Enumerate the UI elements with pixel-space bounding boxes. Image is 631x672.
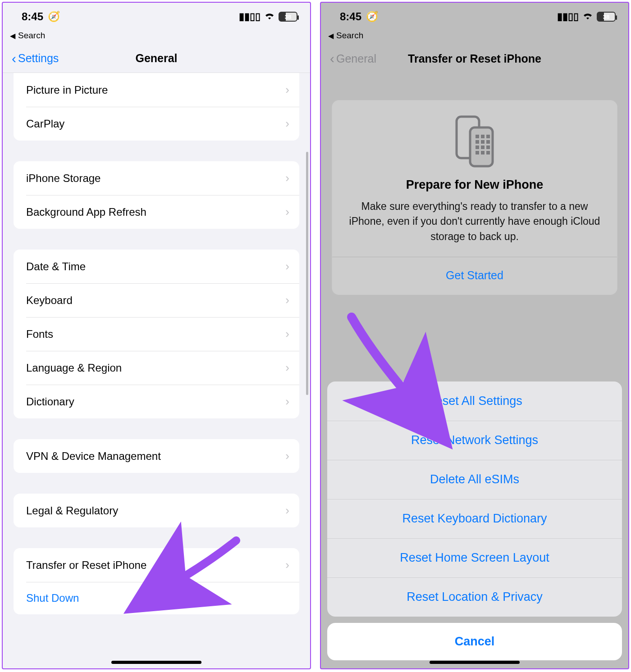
- home-indicator[interactable]: [111, 661, 201, 664]
- row-label: Keyboard: [26, 294, 73, 307]
- location-icon: 🧭: [366, 11, 378, 23]
- sheet-reset-all-settings[interactable]: Reset All Settings: [327, 381, 622, 421]
- action-sheet-container: Reset All Settings Reset Network Setting…: [321, 381, 628, 668]
- row-fonts[interactable]: Fonts ›: [14, 317, 299, 351]
- chevron-right-icon: ›: [285, 293, 289, 307]
- svg-rect-7: [486, 140, 490, 144]
- breadcrumb-back[interactable]: ◀ Search: [321, 31, 628, 44]
- svg-rect-4: [486, 135, 490, 138]
- reset-action-sheet: Reset All Settings Reset Network Setting…: [327, 381, 622, 617]
- row-label: Language & Region: [26, 362, 122, 374]
- settings-group: Legal & Regulatory ›: [14, 494, 299, 527]
- page-title: Transfer or Reset iPhone: [321, 52, 628, 65]
- cellular-icon: ▮▮▯▯: [239, 11, 261, 23]
- sheet-reset-keyboard-dictionary[interactable]: Reset Keyboard Dictionary: [327, 499, 622, 538]
- settings-group: iPhone Storage › Background App Refresh …: [14, 161, 299, 229]
- page-title: General: [3, 52, 310, 65]
- row-keyboard[interactable]: Keyboard ›: [14, 283, 299, 317]
- svg-rect-6: [481, 140, 485, 144]
- chevron-right-icon: ›: [285, 171, 289, 185]
- prepare-card: Prepare for New iPhone Make sure everyth…: [332, 100, 617, 295]
- svg-rect-9: [481, 145, 485, 149]
- row-picture-in-picture[interactable]: Picture in Picture ›: [14, 73, 299, 107]
- svg-rect-3: [481, 135, 485, 138]
- row-background-app-refresh[interactable]: Background App Refresh ›: [14, 195, 299, 229]
- chevron-right-icon: ›: [285, 504, 289, 518]
- svg-rect-11: [476, 151, 479, 154]
- row-carplay[interactable]: CarPlay ›: [14, 107, 299, 141]
- row-vpn-device-management[interactable]: VPN & Device Management ›: [14, 439, 299, 473]
- settings-group: Transfer or Reset iPhone › Shut Down: [14, 548, 299, 614]
- row-label: CarPlay: [26, 118, 64, 130]
- row-label: Transfer or Reset iPhone: [26, 559, 146, 572]
- chevron-right-icon: ›: [285, 558, 289, 572]
- row-label: Picture in Picture: [26, 84, 108, 96]
- row-transfer-or-reset[interactable]: Transfer or Reset iPhone ›: [14, 548, 299, 582]
- battery-icon: 38: [597, 12, 616, 22]
- chevron-right-icon: ›: [285, 117, 289, 131]
- status-time: 8:45: [22, 10, 43, 23]
- chevron-right-icon: ›: [285, 361, 289, 375]
- scrollbar[interactable]: [306, 152, 308, 395]
- card-heading: Prepare for New iPhone: [346, 178, 604, 192]
- chevron-right-icon: ›: [285, 327, 289, 341]
- status-time: 8:45: [340, 10, 361, 23]
- sheet-reset-home-screen-layout[interactable]: Reset Home Screen Layout: [327, 538, 622, 577]
- svg-rect-12: [481, 151, 485, 154]
- settings-group: VPN & Device Management ›: [14, 439, 299, 473]
- caret-left-icon: ◀: [10, 32, 15, 40]
- crumb-label: Search: [336, 31, 363, 41]
- devices-icon: [346, 114, 604, 168]
- wifi-icon: [264, 11, 275, 23]
- row-label: iPhone Storage: [26, 172, 101, 185]
- sheet-reset-network-settings[interactable]: Reset Network Settings: [327, 421, 622, 460]
- row-label: Fonts: [26, 328, 53, 341]
- row-date-time[interactable]: Date & Time ›: [14, 250, 299, 283]
- chevron-right-icon: ›: [285, 205, 289, 219]
- settings-content: Picture in Picture › CarPlay › iPhone St…: [3, 73, 310, 649]
- row-label: Dictionary: [26, 395, 74, 408]
- row-iphone-storage[interactable]: iPhone Storage ›: [14, 161, 299, 195]
- row-dictionary[interactable]: Dictionary ›: [14, 385, 299, 418]
- row-legal-regulatory[interactable]: Legal & Regulatory ›: [14, 494, 299, 527]
- row-shut-down[interactable]: Shut Down: [14, 582, 299, 614]
- cellular-icon: ▮▮▯▯: [557, 11, 579, 23]
- nav-header: ‹ Settings General: [3, 44, 310, 73]
- wifi-icon: [582, 11, 593, 23]
- battery-icon: 38: [279, 12, 297, 22]
- crumb-label: Search: [18, 31, 45, 41]
- cancel-button[interactable]: Cancel: [327, 623, 622, 660]
- svg-rect-2: [476, 135, 479, 138]
- chevron-right-icon: ›: [285, 449, 289, 463]
- screenshot-general-settings: 8:45 🧭 ▮▮▯▯ 38 ◀ Search ‹ Settings Gener…: [2, 2, 311, 669]
- status-bar: 8:45 🧭 ▮▮▯▯ 38: [3, 3, 310, 31]
- row-label: Shut Down: [26, 592, 79, 604]
- svg-rect-5: [476, 140, 479, 144]
- chevron-right-icon: ›: [285, 259, 289, 273]
- home-indicator[interactable]: [430, 661, 520, 664]
- row-label: Legal & Regulatory: [26, 504, 118, 517]
- status-bar: 8:45 🧭 ▮▮▯▯ 38: [321, 3, 628, 31]
- row-label: VPN & Device Management: [26, 450, 161, 463]
- svg-rect-13: [486, 151, 490, 154]
- screenshot-reset-sheet: 8:45 🧭 ▮▮▯▯ 38 ◀ Search ‹ General Transf…: [320, 2, 629, 669]
- chevron-right-icon: ›: [285, 83, 289, 97]
- row-label: Background App Refresh: [26, 206, 146, 218]
- chevron-right-icon: ›: [285, 395, 289, 409]
- svg-rect-8: [476, 145, 479, 149]
- get-started-button[interactable]: Get Started: [346, 257, 604, 295]
- location-icon: 🧭: [48, 11, 60, 23]
- caret-left-icon: ◀: [328, 32, 334, 40]
- sheet-reset-location-privacy[interactable]: Reset Location & Privacy: [327, 577, 622, 617]
- svg-rect-10: [486, 145, 490, 149]
- settings-group: Picture in Picture › CarPlay ›: [14, 73, 299, 141]
- row-language-region[interactable]: Language & Region ›: [14, 351, 299, 385]
- breadcrumb-back[interactable]: ◀ Search: [3, 31, 310, 44]
- settings-group: Date & Time › Keyboard › Fonts › Languag…: [14, 250, 299, 418]
- sheet-delete-all-esims[interactable]: Delete All eSIMs: [327, 460, 622, 499]
- row-label: Date & Time: [26, 260, 86, 273]
- card-body: Make sure everything's ready to transfer…: [346, 199, 604, 244]
- nav-header: ‹ General Transfer or Reset iPhone: [321, 44, 628, 73]
